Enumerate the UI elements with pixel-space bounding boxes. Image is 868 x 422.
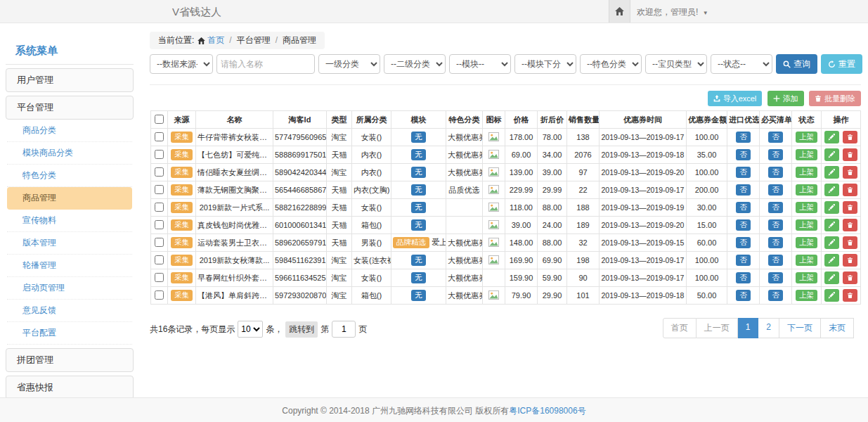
edit-button[interactable] — [824, 201, 839, 214]
sidebar-item[interactable]: 商品管理 — [7, 187, 132, 210]
status-badge[interactable]: 上架 — [796, 272, 817, 283]
row-checkbox[interactable] — [155, 238, 164, 247]
delete-button[interactable] — [843, 166, 857, 179]
jump-button[interactable]: 跳转到 — [285, 321, 318, 338]
status-badge[interactable]: 上架 — [796, 167, 817, 178]
edit-button[interactable] — [824, 271, 839, 284]
imported-toggle[interactable]: 否 — [736, 132, 751, 143]
imported-toggle[interactable]: 否 — [736, 202, 751, 213]
add-button[interactable]: 添加 — [767, 91, 804, 106]
sidebar-item[interactable]: 平台配置 — [7, 322, 132, 345]
row-checkbox[interactable] — [155, 273, 164, 282]
home-button[interactable] — [609, 0, 630, 23]
sidebar-item[interactable]: 拼团管理 — [6, 348, 134, 372]
sidebar-item[interactable]: 模块商品分类 — [7, 142, 132, 165]
edit-button[interactable] — [824, 236, 839, 249]
status-badge[interactable]: 上架 — [796, 219, 817, 231]
edit-button[interactable] — [824, 219, 839, 231]
sidebar-item[interactable]: 启动页管理 — [7, 277, 132, 300]
breadcrumb-home-link[interactable]: 首页 — [207, 32, 224, 49]
imported-toggle[interactable]: 否 — [736, 167, 751, 178]
import-excel-button[interactable]: 导入excel — [708, 91, 763, 106]
must-buy-toggle[interactable]: 否 — [768, 219, 783, 231]
filter-select[interactable]: --模块下分类-- — [514, 54, 576, 74]
delete-button[interactable] — [843, 271, 857, 284]
per-page-select[interactable]: 10 — [238, 321, 263, 338]
row-checkbox[interactable] — [155, 167, 164, 177]
row-checkbox[interactable] — [155, 220, 164, 229]
imported-toggle[interactable]: 否 — [736, 272, 751, 283]
delete-button[interactable] — [843, 219, 857, 231]
filter-select[interactable]: --宝贝类型-- — [645, 54, 707, 74]
delete-button[interactable] — [843, 131, 857, 143]
must-buy-toggle[interactable]: 否 — [768, 167, 783, 178]
sidebar-item[interactable]: 意见反馈 — [7, 300, 132, 322]
must-buy-toggle[interactable]: 否 — [768, 272, 783, 283]
status-badge[interactable]: 上架 — [796, 184, 817, 196]
row-checkbox[interactable] — [155, 150, 164, 159]
sidebar-item[interactable]: 用户管理 — [6, 68, 134, 92]
status-badge[interactable]: 上架 — [796, 290, 817, 301]
sidebar-item[interactable]: 特色分类 — [7, 165, 132, 187]
imported-toggle[interactable]: 否 — [736, 290, 751, 301]
select-all-checkbox[interactable] — [155, 115, 164, 124]
must-buy-toggle[interactable]: 否 — [768, 202, 783, 213]
must-buy-toggle[interactable]: 否 — [768, 237, 783, 248]
status-badge[interactable]: 上架 — [796, 237, 817, 248]
edit-button[interactable] — [824, 166, 839, 179]
filter-select[interactable]: --状态-- — [711, 54, 772, 74]
imported-toggle[interactable]: 否 — [736, 149, 751, 160]
page-button[interactable]: 1 — [738, 318, 759, 338]
page-button[interactable]: 下一页 — [779, 318, 821, 338]
delete-button[interactable] — [843, 148, 857, 161]
sidebar-item[interactable]: 商品分类 — [7, 120, 132, 142]
delete-button[interactable] — [843, 236, 857, 249]
reset-button[interactable]: 重置 — [821, 54, 862, 74]
filter-select[interactable]: 一级分类 — [318, 54, 380, 74]
page-button[interactable]: 上一页 — [697, 318, 738, 338]
status-badge[interactable]: 上架 — [796, 255, 817, 266]
must-buy-toggle[interactable]: 否 — [768, 184, 783, 196]
status-badge[interactable]: 上架 — [796, 132, 817, 143]
must-buy-toggle[interactable]: 否 — [768, 132, 783, 143]
delete-button[interactable] — [843, 254, 857, 267]
must-buy-toggle[interactable]: 否 — [768, 290, 783, 301]
edit-button[interactable] — [824, 131, 839, 143]
page-button[interactable]: 首页 — [663, 318, 697, 338]
page-jump-input[interactable] — [332, 321, 356, 338]
edit-button[interactable] — [824, 254, 839, 267]
must-buy-toggle[interactable]: 否 — [768, 149, 783, 160]
sidebar-item[interactable]: 版本管理 — [7, 232, 132, 255]
edit-button[interactable] — [824, 184, 839, 196]
icp-link[interactable]: 粤ICP备16098006号 — [509, 406, 585, 416]
edit-button[interactable] — [824, 148, 839, 161]
row-checkbox[interactable] — [155, 203, 164, 212]
imported-toggle[interactable]: 否 — [736, 255, 751, 266]
imported-toggle[interactable]: 否 — [736, 237, 751, 248]
sidebar-item[interactable]: 省惠快报 — [6, 376, 134, 399]
filter-select[interactable]: --二级分类-- — [384, 54, 446, 74]
imported-toggle[interactable]: 否 — [736, 184, 751, 196]
imported-toggle[interactable]: 否 — [736, 219, 751, 231]
status-badge[interactable]: 上架 — [796, 202, 817, 213]
name-search-input[interactable] — [216, 54, 315, 74]
row-checkbox[interactable] — [155, 185, 164, 194]
page-button[interactable]: 2 — [758, 318, 779, 338]
batch-delete-button[interactable]: 批量删除 — [809, 91, 861, 106]
user-menu[interactable]: 欢迎您，管理员! ▼ — [637, 6, 708, 18]
sidebar-item[interactable]: 平台管理 — [6, 96, 134, 120]
must-buy-toggle[interactable]: 否 — [768, 255, 783, 266]
status-badge[interactable]: 上架 — [796, 149, 817, 160]
filter-select[interactable]: --模块-- — [449, 54, 511, 74]
sidebar-item[interactable]: 轮播管理 — [7, 255, 132, 277]
delete-button[interactable] — [843, 289, 857, 302]
delete-button[interactable] — [843, 184, 857, 196]
search-button[interactable]: 查询 — [776, 54, 817, 74]
row-checkbox[interactable] — [155, 290, 164, 300]
sidebar-item[interactable]: 宣传物料 — [7, 210, 132, 232]
filter-select[interactable]: --特色分类-- — [580, 54, 642, 74]
delete-button[interactable] — [843, 201, 857, 214]
row-checkbox[interactable] — [155, 132, 164, 141]
row-checkbox[interactable] — [155, 255, 164, 264]
page-button[interactable]: 末页 — [821, 318, 854, 338]
